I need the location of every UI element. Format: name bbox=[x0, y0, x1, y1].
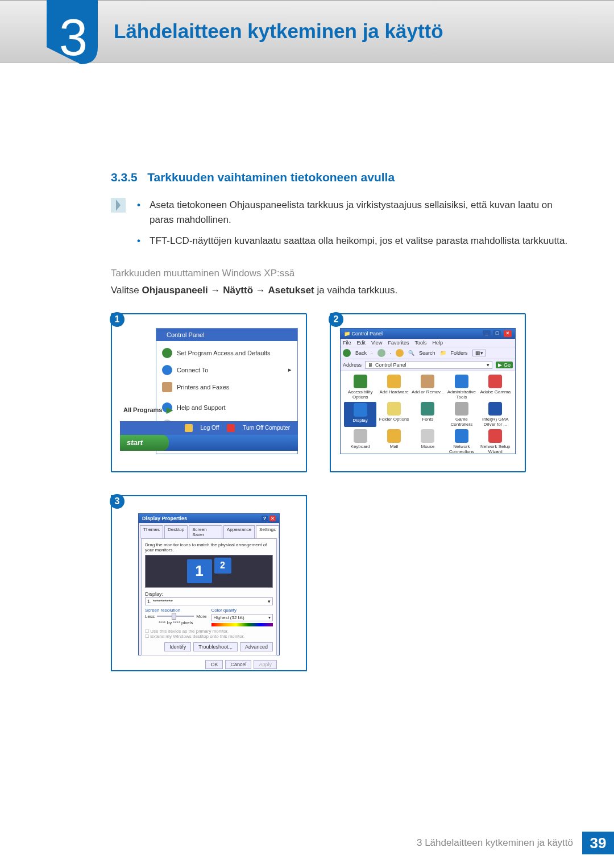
chevron-right-icon: ▸ bbox=[288, 366, 292, 373]
turnoff-button[interactable]: Turn Off Computer bbox=[243, 425, 290, 431]
up-icon[interactable] bbox=[396, 349, 404, 357]
control-panel-window: 📁 Control Panel _ □ × File Edit View Fav… bbox=[340, 328, 516, 454]
minimize-button[interactable]: _ bbox=[483, 330, 491, 337]
views-button[interactable]: ▦▾ bbox=[472, 350, 486, 356]
all-programs[interactable]: All Programs▶ bbox=[123, 405, 173, 414]
display-dropdown[interactable]: 1. **********▾ bbox=[145, 597, 273, 605]
close-button[interactable]: × bbox=[269, 516, 276, 521]
cp-admin-tools[interactable]: Administrative Tools bbox=[445, 375, 478, 400]
section-heading: Tarkkuuden vaihtaminen tietokoneen avull… bbox=[147, 171, 395, 184]
chevron-down-icon: ▾ bbox=[268, 599, 271, 604]
help-button[interactable]: ? bbox=[262, 516, 268, 521]
menu-view[interactable]: View bbox=[371, 340, 382, 346]
cp-adobe-gamma[interactable]: Adobe Gamma bbox=[479, 375, 512, 400]
window-title-bar: Display Properties ? × bbox=[139, 514, 279, 523]
cp-network-setup[interactable]: Network Setup Wizard bbox=[479, 429, 512, 454]
step-dot-1: 1 bbox=[110, 312, 125, 327]
forward-icon[interactable] bbox=[377, 349, 385, 357]
logoff-button[interactable]: Log Off bbox=[201, 425, 219, 431]
cancel-button[interactable]: Cancel bbox=[225, 660, 251, 669]
cp-fonts[interactable]: Fonts bbox=[412, 402, 444, 427]
tab-themes[interactable]: Themes bbox=[140, 525, 163, 538]
fonts-icon bbox=[421, 402, 434, 416]
menu-printers[interactable]: Printers and Faxes bbox=[156, 379, 297, 396]
tab-appearance[interactable]: Appearance bbox=[223, 525, 255, 538]
game-icon bbox=[455, 402, 468, 416]
monitor-area[interactable]: 1 2 bbox=[145, 555, 273, 588]
address-bar: Address 🖥Control Panel▾ ▶ Go bbox=[341, 359, 515, 371]
menu-connect-to[interactable]: Connect To▸ bbox=[156, 362, 297, 379]
cp-network-connections[interactable]: Network Connections bbox=[445, 429, 478, 454]
color-bar bbox=[211, 623, 273, 626]
display-select: Display: 1. **********▾ bbox=[145, 591, 273, 605]
cp-accessibility[interactable]: Accessibility Options bbox=[344, 375, 376, 400]
programs-icon bbox=[421, 375, 434, 388]
search-icon[interactable]: 🔍 bbox=[408, 350, 414, 356]
mail-icon bbox=[387, 429, 401, 443]
troubleshoot-button[interactable]: Troubleshoot... bbox=[193, 642, 238, 651]
ok-button[interactable]: OK bbox=[205, 660, 223, 669]
primary-monitor-checkbox[interactable]: ☐ Use this device as the primary monitor… bbox=[145, 629, 273, 634]
shield-icon bbox=[162, 348, 172, 358]
logoff-icon bbox=[185, 424, 193, 432]
control-panel-row[interactable]: Control Panel bbox=[156, 329, 297, 341]
color-quality-group: Color quality Highest (32 bit)▾ bbox=[211, 608, 273, 626]
slider-thumb[interactable] bbox=[172, 613, 176, 620]
keyboard-icon bbox=[354, 429, 367, 443]
color-quality-dropdown[interactable]: Highest (32 bit)▾ bbox=[211, 614, 273, 621]
tab-bar: Themes Desktop Screen Saver Appearance S… bbox=[139, 523, 279, 538]
folders-icon[interactable]: 📁 bbox=[440, 350, 446, 356]
cp-intel-gma[interactable]: Intel(R) GMA Driver for ... bbox=[479, 402, 512, 427]
cp-keyboard[interactable]: Keyboard bbox=[344, 429, 376, 454]
drag-instruction: Drag the monitor icons to match the phys… bbox=[145, 542, 273, 553]
screenshot-row: 1 Control Panel Set Program Access and D… bbox=[111, 313, 569, 472]
cp-mail[interactable]: Mail bbox=[377, 429, 410, 454]
monitor-1[interactable]: 1 bbox=[187, 559, 212, 583]
start-button[interactable]: start bbox=[120, 435, 169, 451]
cp-add-remove[interactable]: Add or Remov... bbox=[412, 375, 444, 400]
chapter-header: 3 Lähdelaitteen kytkeminen ja käyttö bbox=[0, 0, 614, 63]
address-field[interactable]: 🖥Control Panel▾ bbox=[365, 361, 492, 369]
chapter-title: Lähdelaitteen kytkeminen ja käyttö bbox=[114, 20, 443, 43]
cp-mouse[interactable]: Mouse bbox=[412, 429, 444, 454]
menu-help[interactable]: Help bbox=[432, 340, 443, 346]
footer-text: 3 Lähdelaitteen kytkeminen ja käyttö bbox=[417, 837, 582, 849]
apply-button[interactable]: Apply bbox=[254, 660, 277, 669]
close-button[interactable]: × bbox=[504, 330, 512, 337]
display-properties-window: Display Properties ? × Themes Desktop Sc… bbox=[138, 513, 280, 655]
gamma-icon bbox=[488, 375, 502, 388]
advanced-button[interactable]: Advanced bbox=[240, 642, 273, 651]
monitor-2[interactable]: 2 bbox=[214, 558, 231, 574]
maximize-button[interactable]: □ bbox=[493, 330, 501, 337]
chapter-number: 3 bbox=[59, 9, 88, 67]
screenshot-3: 3 Display Properties ? × Themes Desktop … bbox=[111, 495, 307, 671]
cp-add-hardware[interactable]: Add Hardware bbox=[377, 375, 410, 400]
network-icon bbox=[455, 429, 468, 443]
identify-button[interactable]: Identify bbox=[164, 642, 191, 651]
menu-file[interactable]: File bbox=[343, 340, 351, 346]
cp-game-controllers[interactable]: Game Controllers bbox=[445, 402, 478, 427]
tab-screensaver[interactable]: Screen Saver bbox=[189, 525, 222, 538]
menubar: File Edit View Favorites Tools Help bbox=[341, 339, 515, 347]
mouse-icon bbox=[421, 429, 434, 443]
window-title-bar: 📁 Control Panel _ □ × bbox=[341, 329, 515, 339]
menu-set-program[interactable]: Set Program Access and Defaults bbox=[156, 344, 297, 362]
folder-icon: 📁 Control Panel bbox=[344, 331, 383, 337]
power-icon bbox=[227, 424, 235, 432]
subheading: Tarkkuuden muuttaminen Windows XP:ssä bbox=[111, 268, 569, 279]
tab-desktop[interactable]: Desktop bbox=[164, 525, 188, 538]
extend-desktop-checkbox[interactable]: ☐ Extend my Windows desktop onto this mo… bbox=[145, 634, 273, 639]
cp-folder-options[interactable]: Folder Options bbox=[377, 402, 410, 427]
back-icon[interactable] bbox=[343, 349, 351, 357]
menu-favorites[interactable]: Favorites bbox=[388, 340, 409, 346]
menu-edit[interactable]: Edit bbox=[357, 340, 366, 346]
tab-settings[interactable]: Settings bbox=[256, 525, 279, 538]
section-num: 3.3.5 bbox=[111, 171, 138, 184]
cp-display[interactable]: Display bbox=[344, 402, 376, 427]
menu-help[interactable]: Help and Support bbox=[156, 399, 297, 416]
menu-tools[interactable]: Tools bbox=[414, 340, 426, 346]
taskbar: start bbox=[120, 435, 298, 451]
step-dot-2: 2 bbox=[329, 312, 343, 327]
go-button[interactable]: ▶ Go bbox=[496, 362, 513, 368]
resolution-slider[interactable]: Less More bbox=[145, 614, 207, 619]
